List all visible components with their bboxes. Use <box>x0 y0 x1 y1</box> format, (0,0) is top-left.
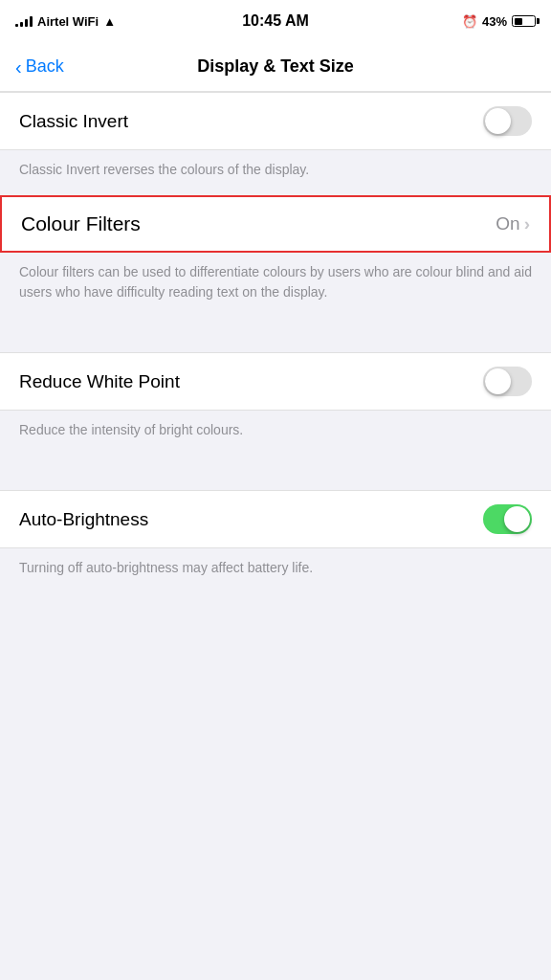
wifi-icon: ▲ <box>103 14 116 29</box>
auto-brightness-description: Turning off auto-brightness may affect b… <box>0 548 551 593</box>
colour-filters-description: Colour filters can be used to differenti… <box>0 253 551 318</box>
signal-bars-icon <box>15 15 33 27</box>
section-separator-2 <box>0 456 551 490</box>
colour-filters-value: On › <box>496 213 530 234</box>
section-separator-1 <box>0 318 551 352</box>
battery-indicator <box>512 15 536 27</box>
nav-bar: ‹ Back Display & Text Size <box>0 42 551 92</box>
back-button[interactable]: ‹ Back <box>15 56 64 77</box>
chevron-right-icon: › <box>524 213 530 234</box>
auto-brightness-toggle[interactable] <box>483 504 532 534</box>
back-label: Back <box>26 56 64 77</box>
auto-brightness-row: Auto-Brightness <box>0 491 551 547</box>
battery-fill <box>515 18 523 25</box>
battery-body <box>512 15 536 27</box>
toggle-knob-ab <box>504 506 530 532</box>
toggle-knob <box>485 108 511 134</box>
carrier-label: Airtel WiFi <box>37 14 99 29</box>
colour-filters-status: On <box>496 213 519 234</box>
status-left: Airtel WiFi ▲ <box>15 14 116 29</box>
status-time: 10:45 AM <box>242 12 309 30</box>
classic-invert-description: Classic Invert reverses the colours of t… <box>0 150 551 195</box>
classic-invert-toggle[interactable] <box>483 106 532 136</box>
toggle-knob-rwp <box>485 368 511 394</box>
back-chevron-icon: ‹ <box>15 57 22 77</box>
battery-label: 43% <box>482 14 507 29</box>
classic-invert-label: Classic Invert <box>19 111 128 132</box>
auto-brightness-label: Auto-Brightness <box>19 509 148 530</box>
colour-filters-row[interactable]: Colour Filters On › <box>0 195 551 253</box>
reduce-white-point-toggle[interactable] <box>483 367 532 396</box>
colour-filters-label: Colour Filters <box>21 212 141 235</box>
reduce-white-point-label: Reduce White Point <box>19 371 180 392</box>
alarm-icon: ⏰ <box>462 14 477 29</box>
reduce-white-point-description: Reduce the intensity of bright colours. <box>0 411 551 456</box>
reduce-white-point-row: Reduce White Point <box>0 353 551 410</box>
page-title: Display & Text Size <box>197 56 354 77</box>
classic-invert-row: Classic Invert <box>0 93 551 149</box>
settings-content: Classic Invert Classic Invert reverses t… <box>0 92 551 593</box>
status-right: ⏰ 43% <box>462 14 536 29</box>
status-bar: Airtel WiFi ▲ 10:45 AM ⏰ 43% <box>0 0 551 42</box>
